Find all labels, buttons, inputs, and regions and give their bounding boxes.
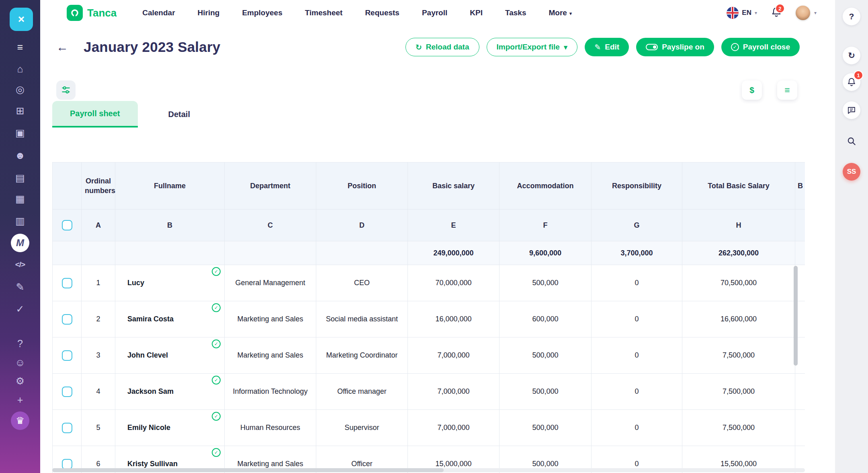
m-logo-icon[interactable]: M (0, 232, 40, 254)
row-checkbox[interactable] (62, 423, 72, 433)
help-icon[interactable]: ? (0, 333, 40, 354)
nav-requests[interactable]: Requests (365, 8, 399, 17)
add-icon[interactable]: + (0, 389, 40, 411)
design-icon[interactable]: ✎ (0, 276, 40, 298)
row-checkbox[interactable] (62, 350, 72, 361)
responsibility-cell: 0 (592, 374, 682, 410)
top-navbar: Tanca Calendar Hiring Employees Timeshee… (40, 0, 835, 26)
tab-payroll-sheet[interactable]: Payroll sheet (52, 101, 138, 128)
col-accommodation[interactable]: Accommodation (500, 162, 592, 210)
approve-icon[interactable]: ✓ (0, 298, 40, 320)
horizontal-scrollbar[interactable] (52, 468, 805, 472)
company-icon[interactable]: ⌂ (0, 58, 40, 80)
notifications-button[interactable]: 2 (771, 6, 782, 19)
tab-detail[interactable]: Detail (151, 101, 208, 128)
language-selector[interactable]: EN ▾ (727, 7, 757, 19)
import-export-button[interactable]: Import/Export file ▾ (487, 38, 578, 56)
col-ordinal[interactable]: Ordinal numbers (82, 162, 115, 210)
nav-hiring[interactable]: Hiring (198, 8, 220, 17)
fullname-cell[interactable]: ✓ Samira Costa (115, 301, 225, 337)
total-basic-salary: 249,000,000 (408, 241, 500, 265)
chat-icon (847, 105, 856, 115)
position-cell: CEO (316, 265, 408, 301)
select-all-checkbox[interactable] (62, 220, 72, 230)
total-basic-cell: 7,500,000 (682, 337, 795, 374)
nav-tasks[interactable]: Tasks (505, 8, 526, 17)
nav-timesheet[interactable]: Timesheet (305, 8, 343, 17)
fullname-cell[interactable]: ✓ Jackson Sam (115, 374, 225, 410)
payroll-table: Ordinal numbers Fullname Department Posi… (52, 162, 805, 473)
people-icon[interactable]: ☻ (0, 144, 40, 166)
ordinal-cell: 3 (82, 337, 115, 374)
tanca-logo-icon (67, 5, 83, 21)
letter-b: B (115, 210, 225, 241)
verified-badge-icon: ✓ (212, 376, 221, 385)
tanca-logo[interactable]: Tanca (67, 5, 117, 21)
check-circle-icon: ✓ (731, 43, 739, 51)
chat-button[interactable] (843, 101, 860, 119)
sync-button[interactable]: ↻ (843, 47, 860, 64)
filter-settings-button[interactable] (56, 80, 76, 100)
nav-more[interactable]: More▾ (549, 8, 572, 17)
letter-g: G (592, 210, 682, 241)
col-responsibility[interactable]: Responsibility (592, 162, 682, 210)
nav-payroll[interactable]: Payroll (422, 8, 447, 17)
services-icon[interactable]: ▦ (0, 188, 40, 210)
basic-salary-cell: 7,000,000 (408, 374, 500, 410)
col-position[interactable]: Position (316, 162, 408, 210)
cart-icon[interactable]: ⊞ (0, 100, 40, 121)
total-basic-cell: 70,500,000 (682, 265, 795, 301)
tasks-icon[interactable]: ▣ (0, 122, 40, 144)
settings-icon[interactable]: ⚙ (0, 370, 40, 392)
search-button[interactable] (843, 132, 860, 150)
fullname-cell[interactable]: ✓ Emily Nicole (115, 410, 225, 446)
row-checkbox[interactable] (62, 459, 72, 469)
goal-icon[interactable]: ◎ (0, 78, 40, 100)
payroll-close-button[interactable]: ✓ Payroll close (721, 38, 800, 56)
nav-kpi[interactable]: KPI (470, 8, 483, 17)
filter-icon[interactable]: ≡ (0, 36, 40, 58)
column-settings-button[interactable]: ≡ (777, 80, 797, 100)
reload-data-button[interactable]: ↻ Reload data (405, 38, 479, 56)
accommodation-cell: 500,000 (500, 410, 592, 446)
user-avatar[interactable] (796, 6, 810, 20)
left-sidebar: × ≡ ⌂ ◎ ⊞ ▣ ☻ ▤ ▦ ▥ M </> ✎ ✓ ? ☺ ⚙ + ♛ (0, 0, 40, 473)
col-department[interactable]: Department (225, 162, 316, 210)
currency-button[interactable]: $ (742, 80, 762, 100)
letter-a: A (82, 210, 115, 241)
vertical-scrollbar[interactable] (794, 266, 798, 366)
accommodation-cell: 600,000 (500, 301, 592, 337)
collapse-sidebar-button[interactable]: × (10, 8, 33, 31)
col-fullname[interactable]: Fullname (115, 162, 225, 210)
help-button[interactable]: ? (843, 8, 860, 25)
basic-salary-cell: 16,000,000 (408, 301, 500, 337)
row-select-cell (53, 410, 82, 446)
storage-icon[interactable]: ▥ (0, 210, 40, 232)
premium-icon[interactable]: ♛ (0, 410, 40, 432)
support-avatar[interactable]: SS (843, 163, 860, 181)
table-row: 4 ✓ Jackson Sam Information Technology O… (53, 374, 805, 410)
row-checkbox[interactable] (62, 278, 72, 288)
payslip-on-button[interactable]: Payslipe on (636, 38, 714, 56)
total-accommodation: 9,600,000 (500, 241, 592, 265)
edit-button[interactable]: ✎ Edit (585, 38, 629, 56)
fullname-cell[interactable]: ✓ John Clevel (115, 337, 225, 374)
total-basic-cell: 7,500,000 (682, 410, 795, 446)
chevron-down-icon[interactable]: ▾ (814, 10, 817, 16)
nav-calendar[interactable]: Calendar (142, 8, 175, 17)
rail-notifications-button[interactable]: 1 (843, 73, 860, 91)
chevron-down-icon: ▾ (755, 10, 757, 16)
nav-employees[interactable]: Employees (242, 8, 282, 17)
col-basic-salary[interactable]: Basic salary (408, 162, 500, 210)
fullname-cell[interactable]: ✓ Lucy (115, 265, 225, 301)
responsibility-cell: 0 (592, 301, 682, 337)
back-button[interactable]: ← (56, 40, 68, 54)
department-cell: Marketing and Sales (225, 301, 316, 337)
row-checkbox[interactable] (62, 314, 72, 325)
col-partial[interactable]: B (795, 162, 805, 210)
idcard-icon[interactable]: ▤ (0, 167, 40, 189)
row-checkbox[interactable] (62, 387, 72, 397)
table-row: 3 ✓ John Clevel Marketing and Sales Mark… (53, 337, 805, 374)
code-icon[interactable]: </> (0, 254, 40, 276)
col-total-basic[interactable]: Total Basic Salary (682, 162, 795, 210)
